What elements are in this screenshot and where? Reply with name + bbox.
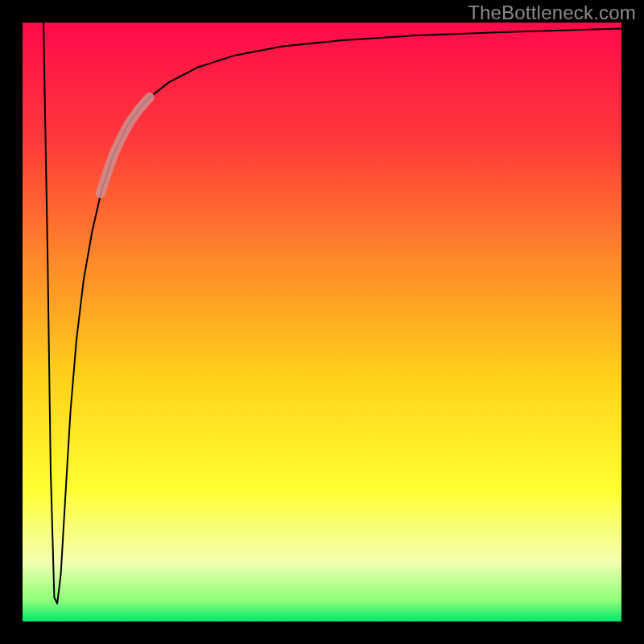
chart-canvas: TheBottleneck.com [0, 0, 644, 644]
watermark-label: TheBottleneck.com [468, 2, 636, 24]
plot-background [23, 23, 621, 621]
chart-svg [0, 0, 644, 644]
